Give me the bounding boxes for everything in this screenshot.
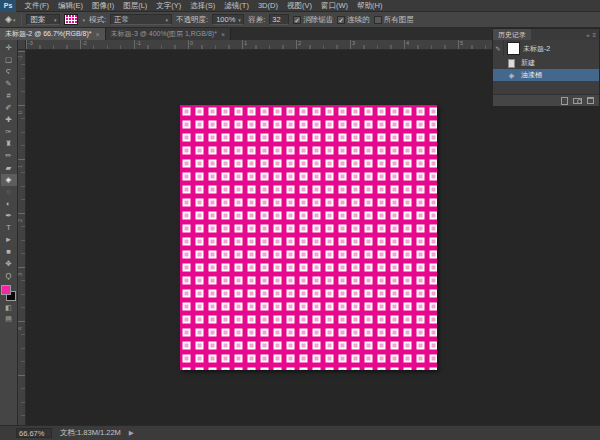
menu-item-窗口[interactable]: 窗口(W) (316, 0, 352, 12)
history-brush-tool[interactable]: ✏ (1, 150, 17, 162)
new-snapshot-icon[interactable] (573, 98, 582, 104)
menu-item-帮助[interactable]: 帮助(H) (353, 0, 387, 12)
clone-stamp-tool[interactable]: ♜ (1, 138, 17, 150)
checkbox-label-连续的: 连续的 (347, 15, 370, 25)
hand-tool-icon: ✥ (5, 258, 11, 270)
menu-item-文字[interactable]: 文字(Y) (152, 0, 186, 12)
move-tool[interactable]: ✛ (1, 42, 17, 54)
history-state-label: 油漆桶 (521, 70, 542, 80)
tolerance-label: 容差: (248, 15, 265, 25)
vertical-ruler[interactable]: -101234 (18, 50, 26, 425)
history-snapshot-row[interactable]: ✎ 未标题-2 (493, 40, 599, 57)
close-tab-icon[interactable]: × (221, 31, 225, 38)
menu-item-视图[interactable]: 视图(V) (282, 0, 316, 12)
ps-logo-icon: Ps (0, 0, 16, 12)
foreground-color-swatch[interactable] (1, 285, 11, 295)
history-brush-source-icon[interactable]: ✎ (493, 40, 504, 57)
h-ruler-label: -2 (82, 40, 87, 46)
checkbox-所有图层[interactable] (374, 16, 382, 24)
collapse-panel-icon[interactable]: « (586, 32, 589, 38)
divider (21, 14, 22, 26)
blur-tool[interactable]: ◌ (1, 186, 17, 198)
clone-stamp-tool-icon: ♜ (5, 138, 12, 150)
photoshop-window: Ps 文件(F)编辑(E)图像(I)图层(L)文字(Y)选择(S)滤镜(T)3D… (0, 0, 600, 440)
v-ruler-label: -1 (18, 55, 23, 60)
lasso-tool[interactable]: Ϛ (1, 66, 17, 78)
checkbox-group-连续的: ✓连续的 (337, 15, 370, 25)
path-selection-tool[interactable]: ► (1, 234, 17, 246)
blend-mode-dropdown[interactable]: 正常 ▾ (110, 14, 172, 25)
menu-item-选择[interactable]: 选择(S) (186, 0, 220, 12)
pen-tool[interactable]: ✒ (1, 210, 17, 222)
document-tab[interactable]: 未标题-2 @ 66.7%(RGB/8)*× (0, 28, 106, 40)
quick-mask-mode-button[interactable]: ◧ (1, 302, 17, 313)
grid-pattern-artwork (180, 105, 437, 370)
rectangular-marquee-tool[interactable]: ▢ (1, 54, 17, 66)
h-ruler-label: 5 (460, 40, 463, 46)
status-options-arrow-icon[interactable]: ▶ (129, 429, 134, 437)
document-canvas[interactable] (180, 105, 437, 370)
zoom-tool[interactable]: Ϙ (1, 270, 17, 282)
panel-menu-icon[interactable]: ≡ (592, 32, 596, 38)
checkbox-连续的[interactable]: ✓ (337, 16, 345, 24)
menu-item-图像[interactable]: 图像(I) (88, 0, 119, 12)
checkbox-label-所有图层: 所有图层 (384, 15, 414, 25)
menu-item-图层[interactable]: 图层(L) (119, 0, 152, 12)
history-brush-tool-icon: ✏ (5, 150, 11, 162)
lasso-tool-icon: Ϛ (6, 66, 11, 78)
opacity-dropdown[interactable]: 100% ▾ (212, 14, 244, 25)
pattern-picker-swatch[interactable] (64, 14, 78, 25)
h-ruler-label: 3 (352, 40, 355, 46)
eraser-tool[interactable]: ▰ (1, 162, 17, 174)
rectangular-marquee-tool-icon: ▢ (5, 54, 12, 66)
paint-bucket-tool-icon: ◈ (6, 174, 12, 186)
eyedropper-tool[interactable]: ✐ (1, 102, 17, 114)
menu-item-文件[interactable]: 文件(F) (20, 0, 54, 12)
new-document-from-state-icon[interactable] (561, 97, 568, 105)
h-ruler-label: 4 (406, 40, 409, 46)
history-state-新建[interactable]: 新建 (493, 57, 599, 69)
zoom-level-input[interactable] (16, 428, 52, 438)
document-tab[interactable]: 未标题-3 @ 400%(图层 1,RGB/8)*× (106, 28, 231, 40)
checkbox-消除锯齿[interactable]: ✓ (293, 16, 301, 24)
menu-item-滤镜[interactable]: 滤镜(T) (220, 0, 254, 12)
dodge-tool[interactable]: ◐ (1, 198, 17, 210)
horizontal-type-tool[interactable]: T (1, 222, 17, 234)
paint-bucket-icon: ◈ (5, 15, 12, 24)
quick-selection-tool[interactable]: ✎ (1, 78, 17, 90)
close-tab-icon[interactable]: × (95, 31, 99, 38)
checkbox-label-消除锯齿: 消除锯齿 (303, 15, 333, 25)
hand-tool[interactable]: ✥ (1, 258, 17, 270)
blend-mode-value: 正常 (114, 15, 129, 25)
v-ruler-label: 4 (18, 327, 23, 330)
screen-mode-button[interactable]: ▤ (1, 313, 17, 324)
paint-bucket-tool[interactable]: ◈ (1, 174, 17, 186)
spot-healing-brush-tool-icon: ✚ (5, 114, 11, 126)
tool-preset-picker[interactable]: ◈ ▾ (3, 15, 17, 24)
color-swatches (1, 285, 17, 302)
history-panel-tab[interactable]: 历史记录 (493, 29, 531, 40)
tolerance-input[interactable] (269, 14, 289, 25)
spot-healing-brush-tool[interactable]: ✚ (1, 114, 17, 126)
rectangle-tool[interactable]: ■ (1, 246, 17, 258)
delete-state-icon[interactable] (587, 97, 594, 104)
chevron-down-icon: ▾ (238, 17, 241, 23)
opacity-value: 100% (216, 15, 235, 24)
menu-bar: Ps 文件(F)编辑(E)图像(I)图层(L)文字(Y)选择(S)滤镜(T)3D… (0, 0, 600, 12)
quick-selection-tool-icon: ✎ (5, 78, 11, 90)
document-size-info: 文档:1.83M/1.22M (60, 428, 121, 438)
brush-tool[interactable]: ✑ (1, 126, 17, 138)
fill-source-dropdown[interactable]: 图案 ▾ (26, 14, 60, 25)
history-state-油漆桶[interactable]: ◈油漆桶 (493, 69, 599, 81)
menu-item-编辑[interactable]: 编辑(E) (54, 0, 88, 12)
checkbox-group-所有图层: 所有图层 (374, 15, 414, 25)
move-tool-icon: ✛ (5, 42, 11, 54)
menu-item-3D[interactable]: 3D(D) (253, 0, 282, 12)
crop-tool[interactable]: # (1, 90, 17, 102)
chevron-down-icon: ▾ (13, 17, 16, 23)
dodge-tool-icon: ◐ (6, 198, 11, 210)
status-bar: 文档:1.83M/1.22M ▶ (0, 425, 600, 440)
document-icon (508, 59, 515, 68)
brush-tool-icon: ✑ (5, 126, 11, 138)
blur-tool-icon: ◌ (6, 186, 10, 198)
